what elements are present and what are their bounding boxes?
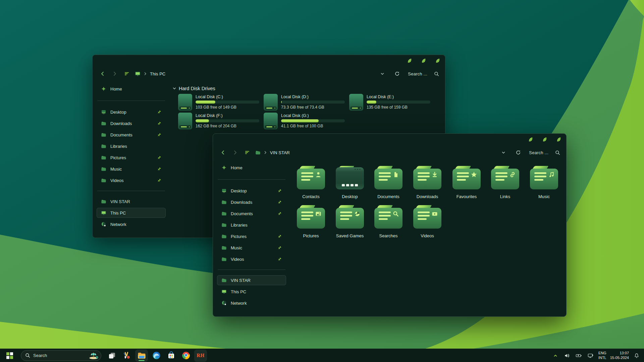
title-bar[interactable] [213,134,566,146]
sidebar-item-home[interactable]: Home [217,163,286,173]
desktop-icon [101,109,106,115]
sidebar-item-pictures[interactable]: Pictures [97,153,166,163]
drive-item-local-disk-e-[interactable]: Local Disk (E:)135 GB free of 159 GB [349,93,433,111]
home-icon [221,165,227,170]
folder-icon [413,205,441,229]
drive-item-local-disk-c-[interactable]: Local Disk (C:)103 GB free of 149 GB [178,93,262,111]
refresh-button[interactable] [393,70,401,78]
task-view-button[interactable] [106,350,118,361]
start-button[interactable] [5,351,15,361]
refresh-button[interactable] [514,148,522,157]
drive-item-local-disk-d-[interactable]: Local Disk (D:)73.3 GB free of 73.4 GB [264,93,347,111]
language-indicator[interactable]: ENG INTL [598,351,606,360]
pin-icon [277,234,282,239]
edge-button[interactable] [150,350,162,361]
folder-lines [379,172,391,181]
sidebar-item-network[interactable]: Network [97,219,166,229]
chrome-button[interactable] [180,350,192,361]
sidebar-item-vin-star[interactable]: VIN STAR [217,275,286,285]
sidebar-item-libraries[interactable]: Libraries [97,141,166,151]
clock[interactable]: 13:07 15-05-2024 [610,351,629,360]
sidebar-item-vin-star[interactable]: VIN STAR [97,196,166,206]
sidebar-item-this-pc[interactable]: This PC [97,208,166,218]
up-sort-button[interactable] [243,148,251,157]
breadcrumb[interactable]: This PC [135,71,165,76]
back-button[interactable] [99,70,107,78]
sidebar-item-documents[interactable]: Documents [217,208,286,219]
search-icon[interactable] [555,150,560,155]
theme-brushes-button[interactable] [121,350,133,361]
navigation-pane: HomeDesktopDownloadsDocumentsLibrariesPi… [213,163,290,316]
folder-item-links[interactable]: Links [486,166,524,199]
maximize-button[interactable] [542,137,547,142]
address-dropdown-button[interactable] [378,70,386,78]
folder-item-searches[interactable]: Searches [369,205,408,238]
sidebar-item-pictures[interactable]: Pictures [217,231,286,241]
rh-button[interactable]: RH [195,350,207,361]
tray-show-hidden-icons-button[interactable] [551,352,559,360]
folder-lines [495,172,507,181]
display-cast-icon[interactable] [587,352,595,360]
folder-item-downloads[interactable]: Downloads [408,166,446,199]
taskbar-search-input[interactable]: Search [21,350,101,361]
folder-body [413,208,441,229]
folder-body [374,169,402,189]
drive-item-local-disk-g-[interactable]: Local Disk (G:)41.1 GB free of 100 GB [264,112,347,129]
up-sort-button[interactable] [123,70,131,78]
drive-item-local-disk-f-[interactable]: Local Disk (F:)162 GB free of 204 GB [178,112,262,129]
microsoft-store-button[interactable] [165,350,177,361]
sidebar-item-desktop[interactable]: Desktop [97,107,166,117]
folder-item-contacts[interactable]: Contacts [292,166,330,199]
language-line1: ENG [598,351,606,355]
sidebar-item-downloads[interactable]: Downloads [97,118,166,128]
collapse-chevron-icon[interactable] [172,86,176,90]
forward-button[interactable] [111,70,119,78]
file-explorer-button[interactable] [136,350,148,361]
title-bar[interactable] [93,55,445,67]
sidebar-item-libraries[interactable]: Libraries [217,220,286,230]
folder-item-desktop[interactable]: Desktop [331,166,369,199]
sidebar-item-this-pc[interactable]: This PC [217,287,286,297]
folder-icon [221,245,227,250]
search-box[interactable]: Search ... [529,150,548,155]
sidebar-item-music[interactable]: Music [217,243,286,253]
explorer-window-vin-star: VIN STAR Search ... HomeDesktopDownloads… [213,133,567,317]
back-button[interactable] [219,148,227,157]
folder-item-videos[interactable]: Videos [408,205,446,238]
folder-icon [297,166,325,189]
close-button[interactable] [435,58,440,63]
drive-usage-bar [281,119,345,122]
folder-lines [340,212,352,220]
leaf-icon [435,59,440,64]
breadcrumb[interactable]: VIN STAR [255,150,290,155]
folder-item-favourites[interactable]: Favourites [447,166,486,199]
search-box[interactable]: Search ... [408,71,427,76]
sidebar-item-downloads[interactable]: Downloads [217,197,286,207]
section-header[interactable]: Hard Disk Drives [172,86,215,91]
volume-icon[interactable] [563,352,571,360]
sidebar-item-network[interactable]: Network [217,298,286,308]
sidebar-item-videos[interactable]: Videos [97,175,166,185]
search-icon[interactable] [434,71,439,76]
sidebar-item-home[interactable]: Home [97,84,166,94]
folder-item-saved-games[interactable]: Saved Games [331,205,369,238]
close-button[interactable] [556,137,561,142]
battery-icon[interactable] [575,352,583,360]
forward-button[interactable] [231,148,239,157]
folder-item-music[interactable]: Music [525,166,563,199]
globe-icon [101,222,106,227]
minimize-button[interactable] [407,58,412,63]
leaf-icon [556,138,561,143]
sidebar-item-videos[interactable]: Videos [217,254,286,264]
sidebar-item-label: Pictures [110,155,126,160]
sidebar-item-documents[interactable]: Documents [97,130,166,140]
folder-item-pictures[interactable]: Pictures [292,205,330,238]
sidebar-item-desktop[interactable]: Desktop [217,186,286,196]
maximize-button[interactable] [421,58,426,63]
drive-name: Local Disk (E:) [367,95,430,99]
folder-item-documents[interactable]: Documents [369,166,408,199]
address-dropdown-button[interactable] [499,148,507,157]
minimize-button[interactable] [528,137,533,142]
notifications-bell-icon[interactable] [633,352,641,360]
sidebar-item-music[interactable]: Music [97,164,166,174]
